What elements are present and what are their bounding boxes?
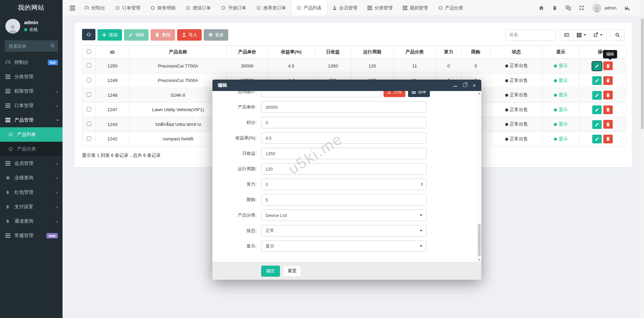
column-header[interactable]: 显示 [543,46,579,59]
sidebar-item-dashboard[interactable]: 控制台hot [0,55,63,70]
contract-image-input[interactable] [261,91,381,97]
daily-income-input[interactable] [261,148,427,159]
row-checkbox[interactable] [87,92,91,97]
tab-referral-order[interactable]: 推荐奖订单 [251,0,291,16]
tab-order-mgmt[interactable]: 订单管理 [110,0,146,16]
delete-button[interactable] [603,120,613,129]
tab-category-mgmt[interactable]: 分类管理 [362,0,398,16]
sidebar-item-product-list[interactable]: 产品列表 [0,127,63,142]
cogs-icon[interactable] [625,5,630,10]
edit-button[interactable]: 编辑 [124,29,149,41]
page-scrollbar[interactable] [640,0,644,318]
column-header[interactable]: 操作 [579,46,626,59]
edit-button[interactable] [592,105,602,114]
page-scrollbar-thumb[interactable] [641,18,644,129]
column-header[interactable]: 产品名称 [129,46,227,59]
column-header[interactable]: 算力 [436,46,461,59]
delete-button[interactable]: 删除 [151,29,175,41]
tab-gift-order[interactable]: 赠送订单 [181,0,216,16]
delete-button[interactable] [603,135,613,143]
sidebar-item-payment-settings[interactable]: B支付设置‹ [0,199,63,214]
column-header[interactable]: 产品分类 [394,46,436,59]
scroll-up-icon[interactable]: ▲ [477,92,481,94]
sidebar-item-redpacket-mgmt[interactable]: B红包管理‹ [0,185,63,199]
avatar[interactable] [593,4,601,12]
price-input[interactable] [261,101,427,113]
scroll-down-icon[interactable]: ▼ [477,259,481,261]
hamburger-icon[interactable] [69,6,75,10]
sidebar-item-permission-mgmt[interactable]: 权限管理‹ [0,84,63,98]
edit-button[interactable] [592,135,602,143]
display-select[interactable]: 显示 [261,240,427,252]
sidebar-item-category-mgmt[interactable]: 分类管理 [0,70,63,84]
scrollbar-thumb[interactable] [478,224,481,256]
column-header[interactable]: 限购 [461,46,490,59]
trash-icon[interactable] [552,5,558,10]
power-input[interactable]: 0▲▼ [261,179,427,190]
tab-product-list[interactable]: 产品列表 [291,0,327,16]
more-button[interactable]: 更多 [204,29,228,41]
refresh-button[interactable] [82,29,95,40]
row-checkbox[interactable] [87,136,91,141]
add-button[interactable]: 添加 [97,29,122,41]
column-header[interactable]: 日收益 [315,46,351,59]
row-checkbox[interactable] [87,107,91,111]
delete-button[interactable] [603,91,613,99]
delete-button[interactable] [603,76,613,85]
tab-upgrade-order[interactable]: 升级订单 [216,0,251,16]
sidebar-item-product-mgmt[interactable]: 产品管理‹ [0,113,63,127]
category-select[interactable]: Device List [261,210,427,221]
tab-member-mgmt[interactable]: 会员管理 [327,0,362,16]
table-search-input[interactable] [506,29,556,41]
column-header[interactable]: 收益率(%) [268,46,315,59]
maximize-icon[interactable] [463,84,467,87]
reset-button[interactable]: 重置 [283,266,301,277]
translate-icon[interactable]: 文A [566,5,571,10]
edit-button[interactable] [592,62,602,71]
home-icon[interactable] [539,5,544,10]
close-icon[interactable]: × [473,83,476,88]
sidebar-item-general-mgmt[interactable]: 常规管理new [0,228,63,243]
tab-finance-detail[interactable]: 财务明细 [146,0,181,16]
export-button[interactable] [590,29,606,41]
cycle-input[interactable] [261,163,427,175]
upload-button[interactable]: 上传 [384,91,405,97]
row-checkbox[interactable] [87,78,91,82]
column-header[interactable]: 产品单价 [227,46,268,59]
sidebar-item-channel-query[interactable]: B通道查询‹ [0,214,63,228]
tab-dashboard[interactable]: 控制台 [79,0,110,16]
sidebar-item-performance-query[interactable]: 业绩查询‹ [0,171,63,185]
search-icon[interactable] [50,43,54,48]
limit-input[interactable] [261,194,427,206]
column-header[interactable]: ID [96,46,129,59]
column-header[interactable]: 状态 [490,46,543,59]
modal-header[interactable]: 编辑 × [212,80,481,91]
points-input[interactable] [261,117,427,128]
column-header[interactable]: 运行周期 [351,46,394,59]
fullscreen-icon[interactable] [579,5,585,10]
edit-button[interactable] [592,91,602,100]
row-checkbox[interactable] [87,63,91,67]
minimize-icon[interactable] [453,84,457,87]
sidebar-item-order-mgmt[interactable]: 订单管理‹ [0,98,63,113]
rate-input[interactable] [261,132,427,144]
tab-rule-mgmt[interactable]: 规则管理 [398,0,433,16]
tab-product-category[interactable]: 产品分类 [433,0,468,16]
delete-button[interactable] [603,61,613,70]
modal-scrollbar[interactable]: ▲ ▼ [477,91,481,262]
delete-button[interactable] [603,105,613,114]
search-button[interactable] [610,29,625,41]
select-all-checkbox[interactable] [87,49,91,54]
nav-username[interactable]: admin [605,5,616,10]
confirm-button[interactable]: 确定 [261,266,280,277]
detail-view-button[interactable] [560,29,573,41]
sidebar-item-member-mgmt[interactable]: 会员管理‹ [0,156,63,171]
row-checkbox[interactable] [87,122,91,126]
status-select[interactable]: 正常 [261,225,427,236]
edit-button[interactable] [592,120,602,129]
import-button[interactable]: 导入 [177,29,202,41]
sidebar-item-product-category[interactable]: 产品分类 [0,142,63,156]
choose-button[interactable]: 选择 [408,91,430,97]
edit-button[interactable] [592,76,602,85]
columns-button[interactable] [573,29,590,41]
